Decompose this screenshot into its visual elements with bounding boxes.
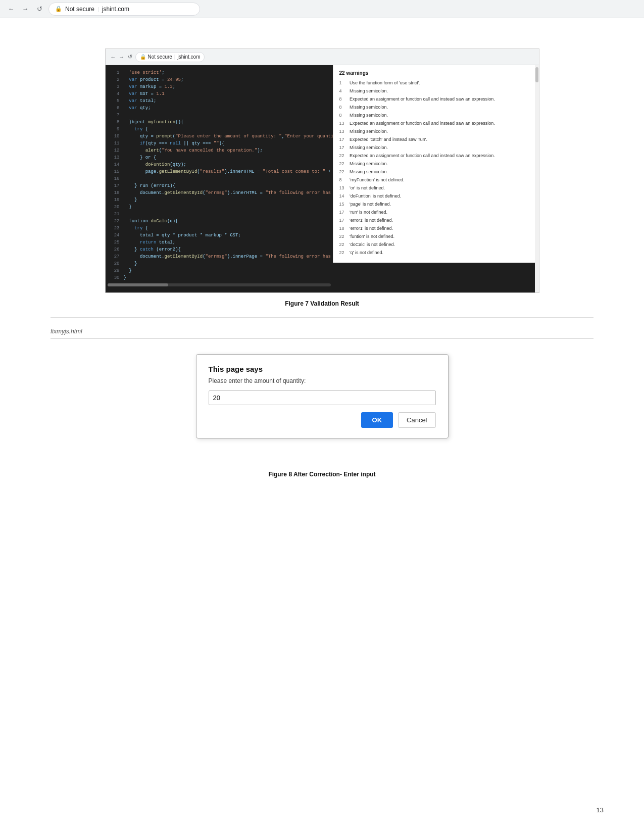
warning-item: 17 'run' is not defined. [339,209,533,216]
page-wrapper: ← → ↺ 🔒 Not secure | jshint.com 1 'use s… [0,18,644,518]
dialog-message: Please enter the amount of quantity: [209,377,436,384]
warning-item: 17 Expected 'catch' and instead saw 'run… [339,136,533,143]
warning-item: 22 Missing semicolon. [339,161,533,167]
tab-fixmyjs[interactable]: fixmyjs.html [51,325,89,338]
inner-lock-icon: 🔒 [140,54,146,60]
code-line: 1 'use strict'; [106,69,333,76]
warning-item: 4 Missing semicolon. [339,88,533,94]
code-line: 21 [106,211,333,218]
code-line: 15 page.getElementById("results").innerH… [106,168,333,175]
code-line: 28 } [106,260,333,267]
code-line: 20 } [106,204,333,211]
inner-reload-icon: ↺ [128,54,132,60]
code-line: 29 } [106,267,333,274]
warning-item: 22 'q' is not defined. [339,250,533,256]
warning-item: 8 Expected an assignment or function cal… [339,96,533,103]
code-line: 11 if(qty === null || qty === ""){ [106,140,333,147]
warning-item: 22 'doCalc' is not defined. [339,241,533,248]
warnings-panel-wrap: 22 warnings 1 Use the function form of '… [333,65,539,292]
warning-item: 15 'page' is not defined. [339,201,533,208]
code-line: 12 alert("You have cancelled the operati… [106,147,333,154]
warning-item: 13 'or' is not defined. [339,185,533,191]
ok-button[interactable]: OK [361,412,393,428]
inner-forward-icon: → [119,54,125,60]
inner-address-bar: 🔒 Not secure | jshint.com [135,52,205,62]
dialog-input[interactable] [209,390,436,405]
warnings-title: 22 warnings [339,70,533,76]
code-line: 6 var qty; [106,105,333,112]
inner-not-secure: Not secure [148,54,172,60]
code-line: 2 var product = 24.95; [106,76,333,83]
code-line: 14 doFuntion(qty); [106,161,333,168]
dialog-buttons: OK Cancel [209,412,436,428]
warnings-panel: 22 warnings 1 Use the function form of '… [333,65,539,263]
code-line: 10 qty = prompt("Please enter the amount… [106,133,333,140]
code-line: 24 total = qty * product * markup * GST; [106,232,333,239]
code-line: 25 return total; [106,239,333,246]
code-warnings-layout: 1 'use strict'; 2 var product = 24.95; 3… [106,65,539,292]
warning-item: 13 Missing semicolon. [339,128,533,135]
code-line: 7 [106,112,333,119]
lock-icon: 🔒 [55,6,62,12]
warning-item: 1 Use the function form of 'use strict'. [339,80,533,86]
not-secure-label: Not secure [65,6,94,13]
forward-button[interactable]: → [20,4,30,14]
section-divider [51,317,593,318]
warning-item: 8 Missing semicolon. [339,112,533,119]
warning-item: 22 Missing semicolon. [339,169,533,175]
code-line: 23 try { [106,225,333,232]
url-text: jshint.com [102,6,129,13]
separator: | [97,6,99,12]
browser-bar: ← → ↺ 🔒 Not secure | jshint.com [0,0,644,18]
warning-item: 14 'doFuntion' is not defined. [339,193,533,200]
code-line: 13 } or { [106,154,333,161]
inner-browser-bar: ← → ↺ 🔒 Not secure | jshint.com [106,49,539,65]
code-line: 4 var GST = 1.1 [106,90,333,97]
warning-item: 13 Expected an assignment or function ca… [339,120,533,127]
warning-item: 17 'error1' is not defined. [339,217,533,224]
code-line: 5 var total; [106,97,333,105]
warning-item: 18 'error1' is not defined. [339,225,533,232]
code-line: 18 document.getElementById("errmsg").inn… [106,189,333,197]
inner-url: jshint.com [177,54,200,60]
code-line: 19 } [106,197,333,204]
warning-item: 22 Expected an assignment or function ca… [339,153,533,159]
code-line: 16 [106,175,333,182]
dialog-box: This page says Please enter the amount o… [196,354,449,438]
code-line: 3 var markup = 1.3; [106,83,333,90]
dialog-outer: This page says Please enter the amount o… [51,339,593,464]
inner-back-icon: ← [111,54,116,60]
code-line: 26 } catch (error2){ [106,246,333,253]
back-button[interactable]: ← [6,4,16,14]
warning-item: 22 'funtion' is not defined. [339,233,533,240]
code-scrollbar [106,281,333,288]
code-line: 27 document.getElementById("errmsg").inn… [106,253,333,260]
warning-item: 8 'myFunction' is not defined. [339,177,533,183]
code-line: 30} [106,274,333,281]
code-line: 8 }bject myfunction(){ [106,119,333,126]
address-bar[interactable]: 🔒 Not secure | jshint.com [48,3,200,16]
warnings-scrollbar [535,65,539,292]
code-panel: 1 'use strict'; 2 var product = 24.95; 3… [106,65,333,292]
inner-sep: | [174,54,176,60]
cancel-button[interactable]: Cancel [398,412,435,428]
tab-bar: fixmyjs.html [51,325,593,339]
figure8-caption: Figure 8 After Correction- Enter input [51,471,593,478]
figure7-caption: Figure 7 Validation Result [51,300,593,307]
dialog-title: This page says [209,365,436,373]
reload-button[interactable]: ↺ [34,4,44,14]
figure7-screenshot: ← → ↺ 🔒 Not secure | jshint.com 1 'use s… [105,48,539,293]
code-line: 22 funtion doCalc(q){ [106,218,333,225]
code-line: 17 } run (error1){ [106,182,333,189]
figure8-section: fixmyjs.html This page says Please enter… [51,325,593,478]
page-number: 13 [597,806,604,814]
warning-item: 8 Missing semicolon. [339,104,533,111]
code-line: 9 try { [106,126,333,133]
warning-item: 17 Missing semicolon. [339,144,533,151]
